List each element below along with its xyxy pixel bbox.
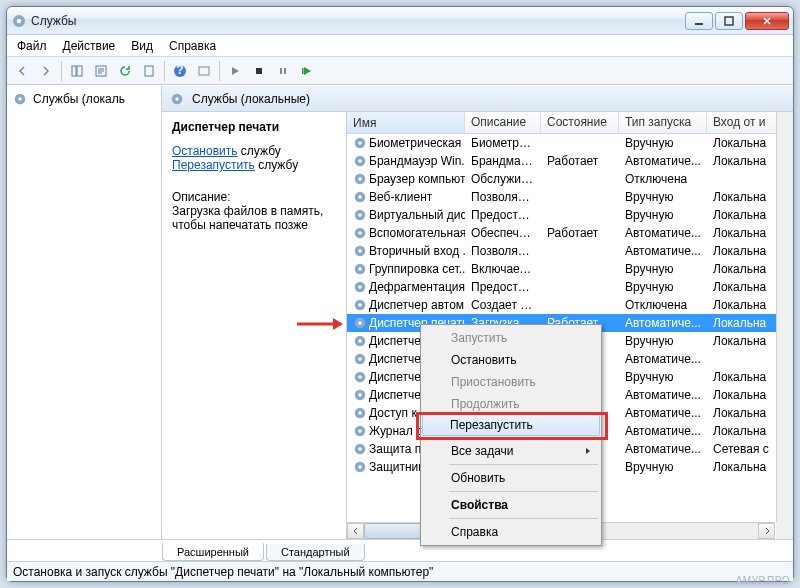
col-desc[interactable]: Описание: [465, 112, 541, 133]
svg-rect-3: [725, 17, 733, 25]
show-hide-button[interactable]: [66, 60, 88, 82]
ctx-resume[interactable]: Продолжить: [423, 393, 599, 415]
start-button[interactable]: [224, 60, 246, 82]
svg-point-38: [358, 303, 362, 307]
export-button[interactable]: [90, 60, 112, 82]
svg-point-36: [358, 285, 362, 289]
col-logon[interactable]: Вход от и: [707, 112, 777, 133]
desc-text: Загрузка файлов в память, чтобы напечата…: [172, 204, 336, 232]
ctx-stop[interactable]: Остановить: [423, 349, 599, 371]
window-buttons: [685, 12, 789, 30]
service-row[interactable]: Вспомогательная ...Обеспечи...РаботаетАв…: [347, 224, 793, 242]
svg-point-48: [358, 393, 362, 397]
col-state[interactable]: Состояние: [541, 112, 619, 133]
svg-point-52: [358, 429, 362, 433]
svg-point-1: [17, 18, 21, 22]
menubar: Файл Действие Вид Справка: [7, 35, 793, 57]
menu-help[interactable]: Справка: [169, 39, 216, 53]
svg-point-24: [358, 177, 362, 181]
svg-point-22: [358, 159, 362, 163]
tab-standard[interactable]: Стандартный: [266, 544, 365, 561]
ctx-separator: [449, 491, 598, 492]
toolbar-separator: [164, 61, 165, 81]
svg-point-34: [358, 267, 362, 271]
ctx-all-tasks[interactable]: Все задачи: [423, 440, 599, 462]
selected-service-name: Диспетчер печати: [172, 120, 336, 134]
services-window: Службы Файл Действие Вид Справка ?: [6, 6, 794, 582]
tree-pane[interactable]: Службы (локаль: [7, 86, 162, 539]
help-topics-button[interactable]: [193, 60, 215, 82]
svg-point-50: [358, 411, 362, 415]
context-menu: Запустить Остановить Приостановить Продо…: [420, 324, 602, 546]
svg-point-56: [358, 465, 362, 469]
svg-rect-12: [280, 68, 282, 74]
pause-button[interactable]: [272, 60, 294, 82]
status-text: Остановка и запуск службы "Диспетчер печ…: [13, 565, 433, 579]
gear-icon: [13, 92, 27, 106]
svg-point-40: [358, 321, 362, 325]
tree-label: Службы (локаль: [33, 92, 125, 106]
properties-button[interactable]: [138, 60, 160, 82]
scroll-corner: [776, 522, 793, 539]
svg-point-20: [358, 141, 362, 145]
desc-label: Описание:: [172, 190, 336, 204]
scroll-left-button[interactable]: [347, 523, 364, 539]
ctx-pause[interactable]: Приостановить: [423, 371, 599, 393]
ctx-separator: [449, 437, 598, 438]
svg-rect-13: [284, 68, 286, 74]
ctx-separator: [449, 464, 598, 465]
tree-root[interactable]: Службы (локаль: [11, 90, 157, 108]
back-button[interactable]: [11, 60, 33, 82]
svg-text:?: ?: [176, 64, 183, 77]
titlebar[interactable]: Службы: [7, 7, 793, 35]
watermark: АМУР.ПРО: [736, 575, 790, 586]
ctx-start[interactable]: Запустить: [423, 327, 599, 349]
col-start[interactable]: Тип запуска: [619, 112, 707, 133]
restart-link[interactable]: Перезапустить: [172, 158, 255, 172]
service-row[interactable]: Виртуальный дискПредостав...ВручнуюЛокал…: [347, 206, 793, 224]
help-button[interactable]: ?: [169, 60, 191, 82]
svg-rect-7: [145, 66, 153, 76]
svg-point-18: [175, 97, 179, 101]
ctx-refresh[interactable]: Обновить: [423, 467, 599, 489]
svg-rect-2: [695, 23, 703, 25]
ctx-separator: [449, 518, 598, 519]
ctx-properties[interactable]: Свойства: [423, 494, 599, 516]
svg-rect-11: [256, 68, 262, 74]
toolbar-separator: [61, 61, 62, 81]
service-row[interactable]: Биометрическая ...Биометри...ВручнуюЛока…: [347, 134, 793, 152]
service-row[interactable]: Браузер компьют...Обслужив...Отключена: [347, 170, 793, 188]
svg-point-30: [358, 231, 362, 235]
maximize-button[interactable]: [715, 12, 743, 30]
service-row[interactable]: Брандмауэр Win...Брандмау...РаботаетАвто…: [347, 152, 793, 170]
annotation-arrow-icon: [295, 315, 345, 333]
ctx-help[interactable]: Справка: [423, 521, 599, 543]
service-row[interactable]: Группировка сет...Включает ...ВручнуюЛок…: [347, 260, 793, 278]
sub-header-text: Службы (локальные): [192, 92, 310, 106]
restart-button[interactable]: [296, 60, 318, 82]
v-scrollbar[interactable]: [776, 112, 793, 522]
gear-icon: [11, 13, 27, 29]
stop-button[interactable]: [248, 60, 270, 82]
svg-point-28: [358, 213, 362, 217]
refresh-button[interactable]: [114, 60, 136, 82]
minimize-button[interactable]: [685, 12, 713, 30]
svg-point-54: [358, 447, 362, 451]
col-name[interactable]: Имя: [347, 112, 465, 133]
menu-view[interactable]: Вид: [131, 39, 153, 53]
menu-file[interactable]: Файл: [17, 39, 47, 53]
svg-point-16: [18, 97, 22, 101]
stop-link[interactable]: Остановить: [172, 144, 238, 158]
forward-button[interactable]: [35, 60, 57, 82]
close-button[interactable]: [745, 12, 789, 30]
service-row[interactable]: Вторичный вход ...Позволяет...Автоматиче…: [347, 242, 793, 260]
service-row[interactable]: Веб-клиентПозволяет...ВручнуюЛокальна: [347, 188, 793, 206]
tabs: Расширенный Стандартный: [7, 539, 793, 561]
menu-action[interactable]: Действие: [63, 39, 116, 53]
service-row[interactable]: Диспетчер автом...Создает п...ОтключенаЛ…: [347, 296, 793, 314]
ctx-restart[interactable]: Перезапустить: [422, 414, 600, 436]
scroll-right-button[interactable]: [758, 523, 775, 539]
service-row[interactable]: Дефрагментация ...Предостав...ВручнуюЛок…: [347, 278, 793, 296]
svg-point-32: [358, 249, 362, 253]
tab-extended[interactable]: Расширенный: [162, 543, 264, 561]
